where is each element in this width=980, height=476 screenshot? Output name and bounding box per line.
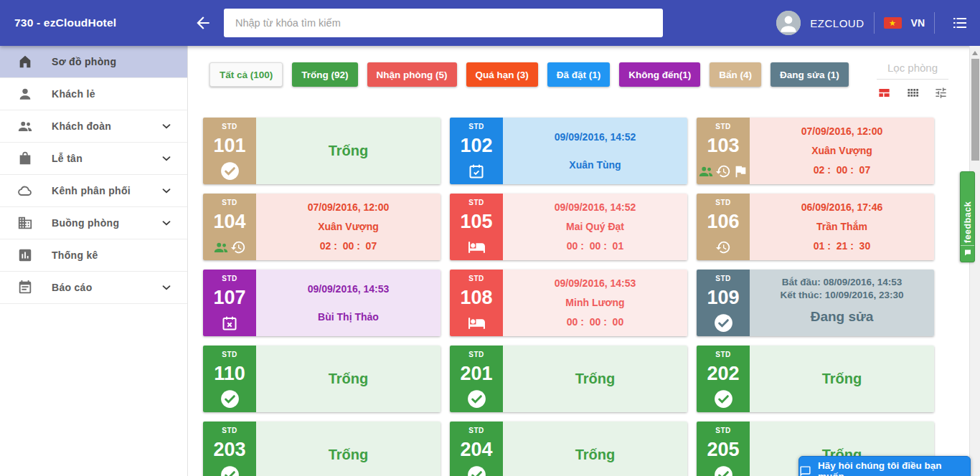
room-left-panel: STD 101	[203, 118, 256, 184]
chevron-down-icon	[160, 216, 173, 229]
room-left-panel: STD 105	[450, 194, 503, 260]
chart-icon	[17, 247, 33, 263]
avatar-icon[interactable]	[776, 11, 801, 35]
room-card-204[interactable]: STD 204 Trống	[450, 422, 687, 476]
sidebar-item-bao-cao[interactable]: Báo cáo	[0, 272, 187, 304]
room-type: STD	[715, 351, 731, 358]
feedback-tab[interactable]: feedback	[960, 171, 975, 262]
room-guest-name: Xuân Tùng	[569, 159, 621, 171]
room-card-105[interactable]: STD 105 09/09/2016, 14:52Mai Quý Đạt00 :…	[450, 194, 687, 260]
room-left-panel: STD 104	[203, 194, 256, 260]
room-status-icons	[213, 237, 246, 257]
room-card-203[interactable]: STD 203 Trống	[203, 422, 440, 476]
room-card-109[interactable]: STD 109 Bắt đầu: 08/09/2016, 14:53Kết th…	[697, 270, 934, 336]
quilt-icon[interactable]	[877, 86, 891, 100]
room-left-panel: STD 202	[697, 346, 750, 412]
filter-chip-tat-ca[interactable]: Tất cả (100)	[209, 62, 283, 87]
room-card-202[interactable]: STD 202 Trống	[697, 346, 934, 412]
room-checkin-time: 09/09/2016, 14:52	[555, 201, 636, 213]
room-status-icons	[468, 313, 486, 333]
filter-chip-dang-sua[interactable]: Đang sửa (1)	[771, 62, 849, 87]
sidebar-item-buong-phong[interactable]: Buồng phòng	[0, 207, 187, 239]
tune-icon[interactable]	[934, 86, 948, 100]
user-name[interactable]: EZCLOUD	[810, 17, 864, 29]
menu-list-icon[interactable]	[951, 14, 969, 32]
maintenance-period: Bắt đầu: 08/09/2016, 14:53Kết thúc: 10/0…	[781, 276, 904, 301]
sidebar-item-khach-le[interactable]: Khách lẻ	[0, 78, 187, 110]
sidebar-item-label: Thống kê	[52, 249, 98, 261]
chat-bubble-icon	[799, 465, 811, 476]
room-status: Trống	[575, 371, 616, 387]
room-left-panel: STD 205	[697, 422, 750, 476]
search-input[interactable]	[224, 9, 663, 37]
home-icon	[17, 54, 33, 70]
filter-chip-da-dat[interactable]: Đã đặt (1)	[547, 62, 611, 87]
room-card-106[interactable]: STD 106 06/09/2016, 17:46Trần Thắm01 : 2…	[697, 194, 934, 260]
room-filter-input[interactable]: Lọc phòng	[877, 62, 948, 80]
language-label[interactable]: VN	[911, 17, 925, 29]
filter-chip-nhan-phong[interactable]: Nhận phòng (5)	[367, 62, 457, 87]
room-body: Trống	[256, 118, 440, 184]
room-number: 107	[213, 288, 245, 308]
room-type: STD	[222, 275, 237, 282]
room-body: 09/09/2016, 14:53Bùi Thị Thảo	[256, 270, 440, 336]
room-timer: 00 : 00 : 01	[567, 240, 623, 252]
filter-chip-qua-han[interactable]: Quá hạn (3)	[466, 62, 538, 87]
calendar-check-icon	[468, 163, 485, 180]
bag-icon	[17, 151, 33, 166]
filter-chip-trong[interactable]: Trống (92)	[292, 62, 357, 87]
room-body: Trống	[503, 346, 687, 412]
room-type: STD	[715, 123, 731, 130]
sidebar: Sơ đồ phòng Khách lẻ Khách đoàn Lễ tân K…	[0, 46, 188, 476]
room-status: Đang sửa	[811, 301, 874, 332]
feedback-label: feedback	[963, 172, 973, 245]
room-number: 201	[460, 364, 492, 384]
room-card-101[interactable]: STD 101 Trống	[203, 118, 440, 184]
room-body: Bắt đầu: 08/09/2016, 14:53Kết thúc: 10/0…	[750, 270, 934, 336]
room-body: Trống	[256, 346, 440, 412]
grid-icon[interactable]	[906, 86, 920, 100]
room-status-icons	[714, 389, 733, 409]
room-type: STD	[222, 123, 237, 130]
sidebar-item-thong-ke[interactable]: Thống kê	[0, 239, 187, 272]
room-number: 108	[460, 288, 492, 308]
room-card-102[interactable]: STD 102 09/09/2016, 14:52Xuân Tùng	[450, 118, 687, 184]
room-filter-block: Lọc phòng	[877, 62, 948, 100]
room-card-110[interactable]: STD 110 Trống	[203, 346, 440, 412]
room-type: STD	[222, 199, 237, 206]
filter-chip-ban[interactable]: Bẩn (4)	[710, 62, 761, 87]
room-type: STD	[468, 123, 484, 130]
room-card-103[interactable]: STD 103 07/09/2016, 12:00Xuân Vượng02 : …	[697, 118, 934, 184]
room-card-108[interactable]: STD 108 09/09/2016, 14:53Minh Lương00 : …	[450, 270, 687, 336]
scrollbar-up-arrow[interactable]	[972, 51, 978, 55]
back-arrow-icon[interactable]	[194, 14, 212, 32]
group-icon	[213, 239, 229, 255]
chat-button[interactable]: Hãy hỏi chúng tôi điều bạn muốn	[798, 456, 971, 476]
sidebar-item-so-do-phong[interactable]: Sơ đồ phòng	[0, 46, 187, 78]
chevron-down-icon	[160, 152, 173, 165]
room-type: STD	[468, 427, 484, 434]
room-card-201[interactable]: STD 201 Trống	[450, 346, 687, 412]
maintenance-line: Bắt đầu: 08/09/2016, 14:53	[781, 276, 904, 289]
room-status-icons	[714, 465, 733, 476]
room-card-107[interactable]: STD 107 09/09/2016, 14:53Bùi Thị Thảo	[203, 270, 440, 336]
room-status-icons	[220, 389, 240, 409]
sidebar-item-kenh-phan-phoi[interactable]: Kênh phân phối	[0, 175, 187, 207]
app: 730 - ezCloudHotel EZCLOUD ★ VN Sơ đồ ph…	[0, 0, 980, 476]
sidebar-item-khach-doan[interactable]: Khách đoàn	[0, 110, 187, 143]
room-status-icons	[714, 313, 733, 333]
check-circle-icon	[467, 389, 486, 409]
room-checkin-time: 09/09/2016, 14:53	[308, 283, 390, 295]
report-icon	[17, 280, 33, 295]
filter-chip-khong-den[interactable]: Không đến(1)	[619, 62, 700, 87]
room-guest-name: Trần Thắm	[816, 221, 867, 232]
bed-icon	[468, 314, 486, 332]
scrollbar-thumb[interactable]	[971, 59, 979, 161]
room-left-panel: STD 103	[697, 118, 750, 184]
sidebar-item-le-tan[interactable]: Lễ tân	[0, 143, 187, 175]
room-timer: 02 : 00 : 07	[814, 164, 870, 176]
room-left-panel: STD 109	[697, 270, 750, 336]
room-number: 109	[707, 288, 739, 308]
room-status: Trống	[329, 447, 369, 463]
room-card-104[interactable]: STD 104 07/09/2016, 12:00Xuân Vượng02 : …	[203, 194, 440, 260]
